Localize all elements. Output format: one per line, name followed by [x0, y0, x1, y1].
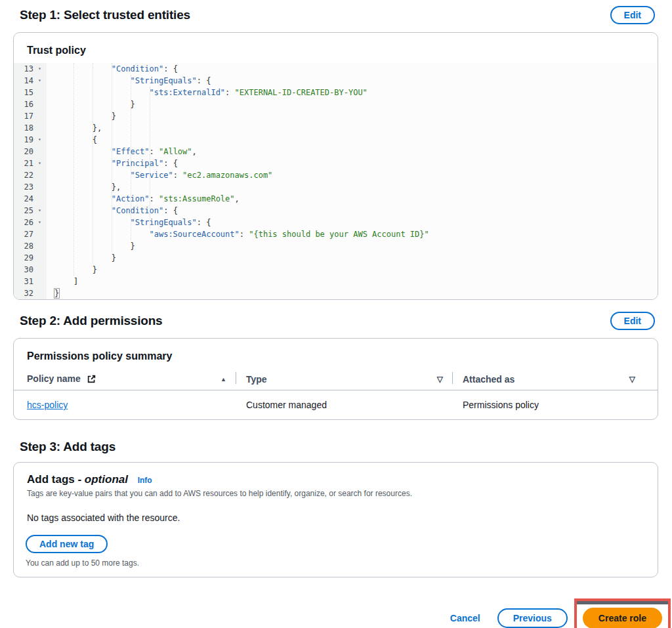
wizard-footer: Cancel Previous Create role [0, 598, 671, 628]
line-number: 28 [14, 240, 36, 252]
gutter-spacer [36, 252, 47, 264]
annotation-bar [577, 601, 668, 604]
step3-header: Step 3: Add tags [0, 440, 672, 454]
gutter-spacer [36, 181, 47, 193]
filter-icon[interactable]: ▽ [629, 375, 635, 384]
code-text: "Condition": { [47, 63, 658, 75]
line-number: 26 [14, 217, 36, 228]
line-number: 21 [14, 157, 36, 169]
line-number: 15 [14, 87, 36, 98]
cancel-button[interactable]: Cancel [450, 613, 480, 623]
step3-heading: Step 3: Add tags [20, 440, 116, 454]
column-header-policy-name[interactable]: Policy name ▲ [27, 369, 236, 390]
code-line: 24 "Action": "sts:AssumeRole", [14, 193, 658, 205]
code-line: 30 } [14, 264, 658, 276]
line-number: 19 [14, 134, 36, 146]
no-tags-text: No tags associated with the resource. [14, 498, 658, 523]
permissions-title: Permissions policy summary [14, 339, 658, 369]
code-text: }, [47, 122, 658, 134]
fold-toggle-icon[interactable]: ▾ [36, 75, 47, 87]
column-header-attached-as[interactable]: Attached as ▽ [452, 369, 644, 390]
gutter-spacer [36, 146, 47, 157]
code-text: } [47, 252, 658, 264]
filter-icon[interactable]: ▽ [437, 375, 443, 384]
fold-toggle-icon[interactable]: ▾ [36, 157, 47, 169]
fold-toggle-icon[interactable]: ▾ [36, 63, 47, 75]
code-text: "Action": "sts:AssumeRole", [47, 193, 658, 205]
annotation-highlight-box: Create role [574, 598, 671, 628]
code-line: 18 }, [14, 122, 658, 134]
gutter-spacer [36, 110, 47, 122]
trust-policy-card: Trust policy 13▾ "Condition": {14▾ "Stri… [13, 32, 658, 300]
create-role-button[interactable]: Create role [583, 608, 662, 628]
gutter-spacer [36, 169, 47, 181]
fold-toggle-icon[interactable]: ▾ [36, 134, 47, 146]
edit-step2-button[interactable]: Edit [610, 312, 655, 330]
code-line: 31 ] [14, 276, 658, 287]
code-line: 16 } [14, 98, 658, 110]
code-text: } [47, 264, 658, 276]
code-line: 27 "aws:SourceAccount": "{this should be… [14, 228, 658, 240]
line-number: 17 [14, 110, 36, 122]
gutter-spacer [36, 287, 47, 299]
code-line: 29 } [14, 252, 658, 264]
info-link[interactable]: Info [138, 476, 152, 485]
code-line: 28 } [14, 240, 658, 252]
code-text: ] [47, 276, 658, 287]
step1-header: Step 1: Select trusted entities Edit [0, 0, 672, 24]
trust-policy-editor[interactable]: 13▾ "Condition": {14▾ "StringEquals": {1… [14, 63, 658, 299]
code-text: "aws:SourceAccount": "{this should be yo… [47, 228, 658, 240]
code-text: "Condition": { [47, 205, 658, 217]
column-header-type[interactable]: Type ▽ [236, 369, 452, 390]
type-column-label: Type [246, 374, 267, 385]
gutter-spacer [36, 228, 47, 240]
code-line: 25▾ "Condition": { [14, 205, 658, 217]
code-text: "Effect": "Allow", [47, 146, 658, 157]
gutter-spacer [36, 240, 47, 252]
external-link-icon [87, 375, 96, 385]
code-line: 13▾ "Condition": { [14, 63, 658, 75]
code-line: 26▾ "StringEquals": { [14, 217, 658, 228]
step2-heading: Step 2: Add permissions [20, 314, 162, 328]
line-number: 29 [14, 252, 36, 264]
tags-limit-caption: You can add up to 50 more tags. [14, 553, 658, 577]
code-text: } [47, 110, 658, 122]
line-number: 32 [14, 287, 36, 299]
code-text: "StringEquals": { [47, 217, 658, 228]
code-text: { [47, 134, 658, 146]
optional-label: optional [85, 473, 128, 486]
line-number: 23 [14, 181, 36, 193]
fold-toggle-icon[interactable]: ▾ [36, 217, 47, 228]
line-number: 25 [14, 205, 36, 217]
edit-step1-button[interactable]: Edit [610, 6, 655, 24]
code-line: 21▾ "Principal": { [14, 157, 658, 169]
sort-ascending-icon[interactable]: ▲ [220, 376, 226, 383]
line-number: 24 [14, 193, 36, 205]
policy-name-column-label: Policy name [27, 373, 81, 384]
line-number: 30 [14, 264, 36, 276]
code-text: "sts:ExternalId": "EXTERNAL-ID-CREATED-B… [47, 87, 658, 98]
previous-button[interactable]: Previous [497, 608, 568, 628]
policy-name-link[interactable]: hcs-policy [27, 400, 68, 410]
code-line: 19▾ { [14, 134, 658, 146]
step2-header: Step 2: Add permissions Edit [0, 312, 672, 330]
code-text: "Principal": { [47, 157, 658, 169]
line-number: 20 [14, 146, 36, 157]
trust-policy-code: 13▾ "Condition": {14▾ "StringEquals": {1… [14, 63, 658, 299]
code-line: 15 "sts:ExternalId": "EXTERNAL-ID-CREATE… [14, 87, 658, 98]
code-text: } [47, 287, 658, 299]
line-number: 14 [14, 75, 36, 87]
gutter-spacer [36, 264, 47, 276]
code-line: 22 "Service": "ec2.amazonaws.com" [14, 169, 658, 181]
line-number: 27 [14, 228, 36, 240]
fold-toggle-icon[interactable]: ▾ [36, 205, 47, 217]
attached-as-cell: Permissions policy [452, 400, 644, 410]
line-number: 22 [14, 169, 36, 181]
line-number: 31 [14, 276, 36, 287]
line-number: 13 [14, 63, 36, 75]
add-new-tag-button[interactable]: Add new tag [26, 535, 108, 553]
gutter-spacer [36, 98, 47, 110]
code-line: 14▾ "StringEquals": { [14, 75, 658, 87]
code-text: "Service": "ec2.amazonaws.com" [47, 169, 658, 181]
add-tags-card: Add tags - optional Info Tags are key-va… [13, 462, 658, 577]
